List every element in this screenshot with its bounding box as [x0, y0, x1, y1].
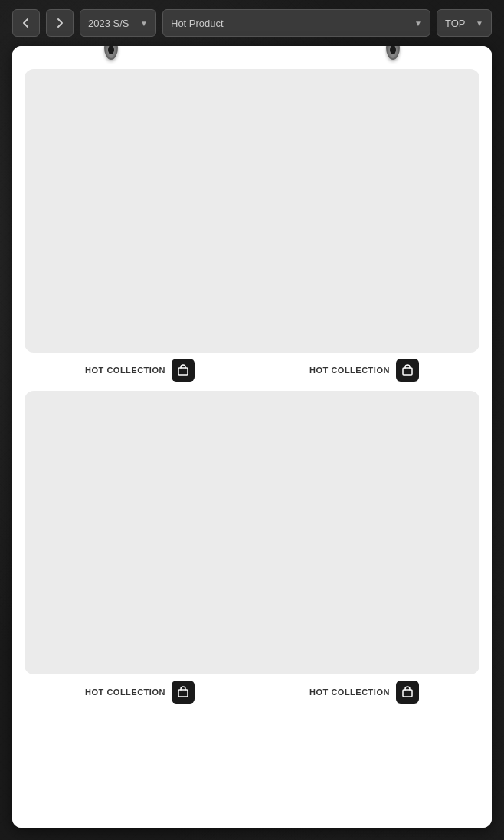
product-label-text-2: HOT COLLECTION [309, 366, 390, 375]
product-label-text-4: HOT COLLECTION [309, 687, 390, 697]
cart-button-4[interactable] [396, 681, 419, 704]
notebook-content: HOT COLLECTION HOT COLLECTION [12, 46, 492, 828]
rings [12, 46, 492, 60]
product-label-text-1: HOT COLLECTION [85, 366, 165, 375]
svg-rect-0 [178, 368, 188, 375]
forward-button[interactable] [46, 9, 74, 37]
cart-button-2[interactable] [396, 359, 419, 382]
product-image-2 [25, 391, 479, 674]
season-label: 2023 S/S [88, 18, 129, 29]
product-label-text-3: HOT COLLECTION [85, 687, 165, 697]
ring-left [104, 46, 118, 60]
product-label-pair-4: HOT COLLECTION [252, 681, 476, 704]
ring-right [386, 46, 400, 60]
product-label-pair-3: HOT COLLECTION [28, 681, 252, 704]
product-label: Hot Product [171, 18, 224, 29]
cart-button-1[interactable] [172, 359, 195, 382]
top-label: TOP [445, 18, 466, 29]
product-image-1 [25, 69, 479, 353]
season-dropdown[interactable]: 2023 S/S ▼ [80, 9, 156, 37]
app-container: 2023 S/S ▼ Hot Product ▼ TOP ▼ [0, 0, 504, 840]
product-section-1: HOT COLLECTION HOT COLLECTION [25, 69, 479, 382]
back-button[interactable] [12, 9, 40, 37]
notebook: HOT COLLECTION HOT COLLECTION [12, 46, 492, 828]
product-labels-row-1: HOT COLLECTION HOT COLLECTION [25, 359, 479, 382]
product-labels-row-2: HOT COLLECTION HOT COLLECTION [25, 681, 479, 704]
product-dropdown-arrow: ▼ [414, 19, 422, 28]
product-label-pair-1: HOT COLLECTION [28, 359, 252, 382]
svg-rect-2 [178, 690, 188, 697]
svg-rect-3 [403, 690, 412, 697]
top-dropdown[interactable]: TOP ▼ [437, 9, 492, 37]
product-label-pair-2: HOT COLLECTION [252, 359, 476, 382]
top-dropdown-arrow: ▼ [476, 19, 483, 28]
season-dropdown-arrow: ▼ [140, 19, 148, 28]
product-section-2: HOT COLLECTION HOT COLLECTION [25, 391, 479, 704]
toolbar: 2023 S/S ▼ Hot Product ▼ TOP ▼ [0, 0, 504, 46]
product-dropdown[interactable]: Hot Product ▼ [162, 9, 430, 37]
cart-button-3[interactable] [172, 681, 195, 704]
svg-rect-1 [403, 368, 412, 375]
